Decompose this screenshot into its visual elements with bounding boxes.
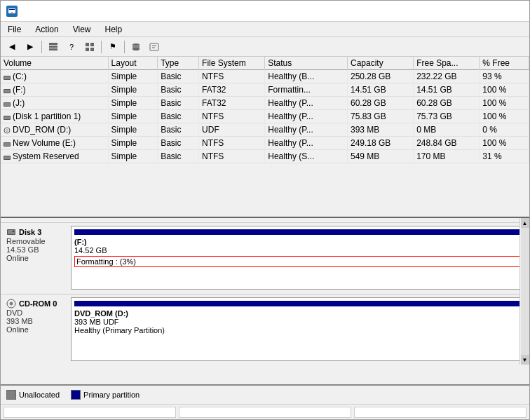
main-content: Volume Layout Type File System Status Ca… <box>1 57 529 404</box>
cdrom-partitions: DVD_ROM (D:) 393 MB UDF Healthy (Primary… <box>71 294 529 364</box>
cell-free: 0 MB <box>414 123 480 137</box>
legend-primary: Primary partition <box>71 390 140 400</box>
cell-capacity: 250.28 GB <box>347 70 413 83</box>
disk-3-name: Disk 3 <box>19 228 41 236</box>
legend-unalloc: Unallocated <box>6 390 60 400</box>
svg-rect-27 <box>4 143 10 146</box>
cell-fs: UDF <box>199 123 265 137</box>
status-seg-3 <box>354 407 526 418</box>
toolbar-disk[interactable] <box>128 39 144 55</box>
toolbar: ◀ ▶ ? ⚑ <box>1 37 529 57</box>
toolbar-help[interactable]: ? <box>63 39 80 55</box>
cdrom-size: 393 MB <box>6 317 65 325</box>
cell-fs: NTFS <box>199 150 265 163</box>
col-fs[interactable]: File System <box>199 57 265 70</box>
col-layout[interactable]: Layout <box>108 57 158 70</box>
col-type[interactable]: Type <box>158 57 199 70</box>
maximize-button[interactable] <box>486 4 504 18</box>
toolbar-sep-3 <box>124 41 125 53</box>
main-window: File Action View Help ◀ ▶ ? ⚑ <box>0 0 530 420</box>
app-icon <box>6 6 18 17</box>
legend-unalloc-label: Unallocated <box>19 391 60 399</box>
cell-volume: New Volume (E:) <box>1 137 108 150</box>
table-section[interactable]: Volume Layout Type File System Status Ca… <box>1 57 529 218</box>
col-volume[interactable]: Volume <box>1 57 108 70</box>
minimize-button[interactable] <box>466 4 484 18</box>
toolbar-grid[interactable] <box>81 39 98 55</box>
col-capacity[interactable]: Capacity <box>347 57 413 70</box>
cell-volume: (J:) <box>1 97 108 110</box>
cell-status: Healthy (P... <box>265 110 348 123</box>
table-row[interactable]: (J:)SimpleBasicFAT32Healthy (P...60.28 G… <box>1 97 529 110</box>
cdrom-label: CD-ROM 0 DVD 393 MB Online <box>1 294 71 364</box>
menu-bar: File Action View Help <box>1 22 529 37</box>
title-bar <box>1 1 529 22</box>
toolbar-flag[interactable]: ⚑ <box>104 39 121 55</box>
table-row[interactable]: DVD_ROM (D:)SimpleBasicUDFHealthy (P...3… <box>1 123 529 137</box>
scrollbar[interactable]: ▲ ▼ <box>519 218 529 365</box>
cell-type: Basic <box>158 150 199 163</box>
table-row[interactable]: (F:)SimpleBasicFAT32Formattin...14.51 GB… <box>1 83 529 97</box>
legend-unalloc-box <box>6 390 16 400</box>
disk-3-bar <box>74 229 523 235</box>
svg-rect-7 <box>90 43 94 46</box>
svg-point-2 <box>11 12 13 13</box>
col-free[interactable]: Free Spa... <box>414 57 480 70</box>
cell-capacity: 75.83 GB <box>347 110 413 123</box>
disk-3-size: 14.53 GB <box>6 245 65 254</box>
menu-help[interactable]: Help <box>98 23 130 36</box>
scroll-down[interactable]: ▼ <box>521 355 529 365</box>
toolbar-properties[interactable] <box>146 39 163 55</box>
cell-layout: Simple <box>108 110 158 123</box>
cell-status: Healthy (P... <box>265 137 348 150</box>
cdrom-partition-d[interactable]: DVD_ROM (D:) 393 MB UDF Healthy (Primary… <box>71 297 526 361</box>
toolbar-sep-1 <box>41 41 42 53</box>
cell-pct: 100 % <box>480 137 529 150</box>
cell-status: Healthy (P... <box>265 123 348 137</box>
toolbar-list[interactable] <box>45 39 62 55</box>
cdrom-type: DVD <box>6 309 65 317</box>
scroll-track <box>521 228 529 355</box>
col-pct[interactable]: % Free <box>480 57 529 70</box>
cell-type: Basic <box>158 83 199 97</box>
toolbar-back[interactable]: ◀ <box>4 39 20 55</box>
toolbar-forward[interactable]: ▶ <box>22 39 39 55</box>
close-button[interactable] <box>505 4 524 18</box>
svg-rect-8 <box>86 48 89 51</box>
status-seg-1 <box>4 407 176 418</box>
cell-pct: 93 % <box>480 70 529 83</box>
cell-capacity: 14.51 GB <box>347 83 413 97</box>
cell-status: Healthy (P... <box>265 97 348 110</box>
svg-point-24 <box>4 128 10 133</box>
cell-capacity: 393 MB <box>347 123 413 137</box>
svg-rect-21 <box>4 103 10 106</box>
disk-3-partition-f[interactable]: (F:) 14.52 GB Formatting : (3%) <box>71 226 526 290</box>
svg-rect-17 <box>4 76 10 79</box>
cell-type: Basic <box>158 137 199 150</box>
svg-rect-23 <box>4 116 10 119</box>
menu-action[interactable]: Action <box>28 23 65 36</box>
disk-cdrom-row: CD-ROM 0 DVD 393 MB Online DVD_ROM (D:) … <box>1 294 529 364</box>
cell-capacity: 549 MB <box>347 150 413 163</box>
table-row[interactable]: System ReservedSimpleBasicNTFSHealthy (S… <box>1 150 529 163</box>
table-row[interactable]: (C:)SimpleBasicNTFSHealthy (B...250.28 G… <box>1 70 529 83</box>
disk-3-label: Disk 3 Removable 14.53 GB Online <box>1 223 71 292</box>
legend-primary-box <box>71 390 81 400</box>
menu-file[interactable]: File <box>1 23 28 36</box>
disk-3-part-name: (F:) <box>74 238 523 246</box>
table-row[interactable]: New Volume (E:)SimpleBasicNTFSHealthy (P… <box>1 137 529 150</box>
cell-pct: 31 % <box>480 150 529 163</box>
volume-table: Volume Layout Type File System Status Ca… <box>1 57 529 163</box>
menu-view[interactable]: View <box>66 23 98 36</box>
disk-3-part-status: Formatting : (3%) <box>74 256 523 267</box>
cell-pct: 100 % <box>480 110 529 123</box>
disk-section[interactable]: Disk 3 Removable 14.53 GB Online (F:) 14… <box>1 218 529 384</box>
cdrom-status: Online <box>6 325 65 334</box>
svg-rect-4 <box>49 46 57 48</box>
cell-volume: System Reserved <box>1 150 108 163</box>
cdrom-name: CD-ROM 0 <box>19 299 57 308</box>
cell-fs: FAT32 <box>199 83 265 97</box>
table-row[interactable]: (Disk 1 partition 1)SimpleBasicNTFSHealt… <box>1 110 529 123</box>
scroll-up[interactable]: ▲ <box>521 218 529 228</box>
col-status[interactable]: Status <box>265 57 348 70</box>
